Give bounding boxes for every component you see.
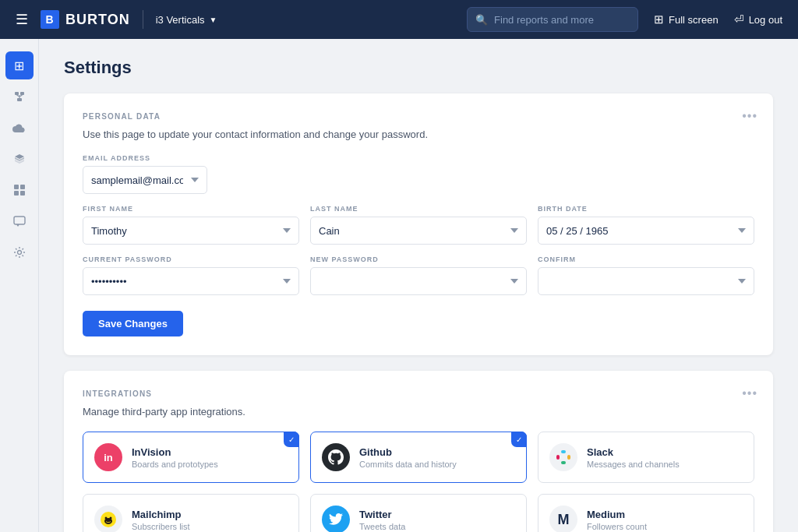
invision-desc: Boards and prototypes [132, 460, 218, 469]
layout: ⊞ [0, 0, 798, 532]
birth-date-select[interactable]: 05 / 25 / 1965 [538, 217, 754, 245]
workspace-selector[interactable]: i3 Verticals ▼ [156, 14, 217, 26]
sidebar-item-hierarchy[interactable] [5, 83, 34, 111]
integration-github[interactable]: ✓ Github Commits data and history [310, 432, 527, 483]
svg-rect-16 [561, 450, 566, 453]
navbar: ☰ B BURTON i3 Verticals ▼ 🔍 Find reports… [0, 0, 798, 39]
email-select[interactable]: samplemail@mail.com [83, 166, 207, 194]
last-name-col: LAST NAME Cain [310, 205, 527, 245]
integration-twitter[interactable]: Twitter Tweets data [310, 494, 527, 532]
medium-info: Medium Followers count [587, 509, 647, 531]
svg-point-21 [105, 517, 108, 520]
slack-info: Slack Messages and channels [587, 446, 680, 469]
integration-mailchimp[interactable]: Mailchimp Subscribers list [83, 494, 299, 532]
email-label: EMAIL ADDRESS [83, 154, 754, 162]
name-row: FIRST NAME Timothy LAST NAME Cain BIRTH … [83, 205, 754, 245]
confirm-label: CONFIRM [538, 255, 754, 263]
page-title: Settings [64, 58, 773, 78]
first-name-col: FIRST NAME Timothy [83, 205, 299, 245]
birth-date-col: BIRTH DATE 05 / 25 / 1965 [538, 205, 754, 245]
personal-data-card: ••• PERSONAL DATA Use this page to updat… [64, 93, 773, 355]
github-desc: Commits data and history [359, 460, 457, 469]
sidebar-item-dashboard[interactable]: ⊞ [5, 51, 34, 79]
svg-rect-18 [567, 455, 570, 460]
new-password-label: NEW PASSWORD [310, 255, 527, 263]
workspace-arrow-icon: ▼ [210, 16, 217, 24]
slack-name: Slack [587, 446, 680, 458]
integration-slack[interactable]: Slack Messages and channels [538, 432, 754, 483]
integrations-grid: ✓ in InVision Boards and prototypes ✓ [83, 432, 754, 532]
current-password-select[interactable]: •••••••••• [83, 267, 299, 295]
logout-label: Log out [749, 14, 782, 26]
personal-data-menu[interactable]: ••• [742, 109, 757, 123]
svg-rect-1 [20, 92, 24, 95]
current-password-col: CURRENT PASSWORD •••••••••• [83, 255, 299, 295]
invision-info: InVision Boards and prototypes [132, 446, 218, 469]
integrations-menu[interactable]: ••• [742, 386, 757, 400]
first-name-select[interactable]: Timothy [83, 217, 299, 245]
integrations-description: Manage third-party app integrations. [83, 406, 754, 417]
main-content: Settings ••• PERSONAL DATA Use this page… [39, 39, 798, 532]
sidebar-item-cloud[interactable] [5, 114, 34, 142]
fullscreen-button[interactable]: ⊞ Full screen [654, 12, 719, 26]
mailchimp-info: Mailchimp Subscribers list [132, 509, 190, 531]
slack-icon [549, 443, 577, 471]
email-group: EMAIL ADDRESS samplemail@mail.com [83, 154, 754, 194]
github-icon [322, 443, 350, 471]
medium-desc: Followers count [587, 522, 647, 531]
invision-icon: in [94, 443, 122, 471]
invision-name: InVision [132, 446, 218, 458]
svg-point-14 [17, 251, 21, 255]
birth-date-label: BIRTH DATE [538, 205, 754, 213]
fullscreen-icon: ⊞ [654, 12, 664, 26]
logo-icon: B [41, 10, 59, 29]
github-name: Github [359, 446, 457, 458]
password-row: CURRENT PASSWORD •••••••••• NEW PASSWORD… [83, 255, 754, 295]
navbar-hamburger-icon[interactable]: ☰ [16, 11, 28, 28]
sidebar-item-grid[interactable] [5, 176, 34, 204]
confirm-select[interactable] [538, 267, 754, 295]
twitter-info: Twitter Tweets data [359, 509, 405, 531]
svg-rect-0 [15, 92, 19, 95]
email-select-wrapper: samplemail@mail.com [83, 166, 207, 194]
twitter-desc: Tweets data [359, 522, 405, 531]
svg-rect-11 [14, 191, 19, 196]
svg-rect-9 [14, 185, 19, 189]
navbar-logo: B BURTON [41, 10, 130, 29]
svg-rect-13 [14, 217, 25, 224]
svg-rect-15 [556, 455, 560, 460]
sidebar-item-messages[interactable] [5, 207, 34, 235]
github-info: Github Commits data and history [359, 446, 457, 469]
mailchimp-icon [94, 506, 122, 532]
sidebar-item-settings[interactable] [5, 238, 34, 266]
svg-point-22 [110, 517, 112, 520]
github-check-icon: ✓ [511, 432, 527, 447]
integration-invision[interactable]: ✓ in InVision Boards and prototypes [83, 432, 299, 483]
integrations-label: INTEGRATIONS [83, 389, 754, 398]
medium-icon: M [549, 506, 577, 532]
integrations-card: ••• INTEGRATIONS Manage third-party app … [64, 371, 773, 532]
navbar-actions: ⊞ Full screen ⏎ Log out [654, 12, 782, 26]
integration-check-icon: ✓ [284, 432, 299, 447]
last-name-select[interactable]: Cain [310, 217, 527, 245]
integration-medium[interactable]: M Medium Followers count [538, 494, 754, 532]
logout-icon: ⏎ [734, 12, 744, 26]
save-changes-button[interactable]: Save Changes [83, 311, 183, 336]
sidebar-item-layers[interactable] [5, 145, 34, 173]
search-placeholder: Find reports and more [494, 14, 594, 26]
global-search[interactable]: 🔍 Find reports and more [467, 7, 638, 32]
personal-data-label: PERSONAL DATA [83, 112, 754, 121]
personal-data-description: Use this page to update your contact inf… [83, 129, 754, 140]
mailchimp-name: Mailchimp [132, 509, 190, 520]
svg-rect-10 [20, 185, 25, 189]
slack-desc: Messages and channels [587, 460, 680, 469]
new-password-select[interactable] [310, 267, 527, 295]
navbar-divider [143, 10, 143, 29]
twitter-name: Twitter [359, 509, 405, 520]
mailchimp-desc: Subscribers list [132, 522, 190, 531]
twitter-icon [322, 506, 350, 532]
logout-button[interactable]: ⏎ Log out [734, 12, 782, 26]
medium-name: Medium [587, 509, 647, 520]
search-icon: 🔍 [475, 14, 488, 26]
svg-rect-17 [561, 461, 566, 464]
